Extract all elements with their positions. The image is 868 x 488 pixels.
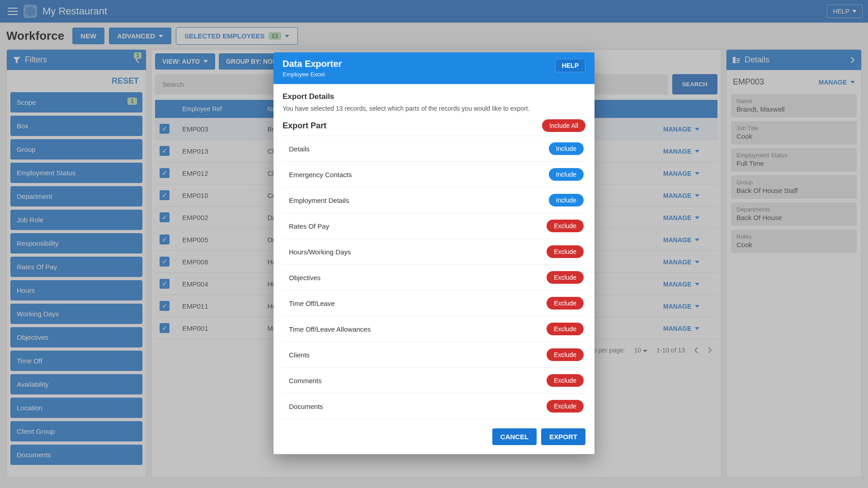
part-name: Time Off/Leave [289,300,335,307]
part-name: Objectives [289,274,321,282]
part-name: Employment Details [289,197,349,204]
export-part-label: Export Part [283,121,326,131]
cancel-button[interactable]: CANCEL [492,428,537,445]
part-toggle[interactable]: Include [549,194,584,206]
data-exporter-modal: Data Exporter Employee Excel HELP Export… [274,52,594,454]
export-part-row: DocumentsExclude [283,394,585,419]
part-name: Time Off/Leave Allowances [289,325,371,333]
part-name: Emergency Contacts [289,171,352,178]
export-part-row: Emergency ContactsInclude [283,162,585,188]
part-toggle[interactable]: Exclude [547,271,584,284]
modal-desc: You have selected 13 records, select whi… [283,105,585,112]
part-toggle[interactable]: Exclude [547,323,584,335]
part-toggle[interactable]: Exclude [547,297,584,310]
export-button[interactable]: EXPORT [541,428,585,445]
export-part-row: Rates Of PayExclude [283,213,585,239]
export-part-row: DetailsInclude [283,136,585,162]
part-toggle[interactable]: Exclude [547,245,584,258]
part-name: Hours/Working Days [289,248,351,256]
part-toggle[interactable]: Exclude [547,348,584,361]
part-toggle[interactable]: Include [549,142,584,155]
modal-help-button[interactable]: HELP [555,59,585,72]
export-part-row: CommentsExclude [283,368,585,394]
export-part-row: Time Off/LeaveExclude [283,291,585,316]
part-toggle[interactable]: Include [549,168,584,181]
part-toggle[interactable]: Exclude [547,220,584,232]
part-toggle[interactable]: Exclude [547,400,584,413]
export-part-row: Employment DetailsInclude [283,188,585,213]
export-part-row: Hours/Working DaysExclude [283,239,585,265]
modal-header: Data Exporter Employee Excel HELP [274,52,594,84]
modal-subtitle: Employee Excel [283,71,342,78]
export-part-row: ObjectivesExclude [283,265,585,291]
part-toggle[interactable]: Exclude [547,374,584,387]
part-name: Rates Of Pay [289,222,329,230]
modal-title: Data Exporter [283,59,342,69]
part-name: Details [289,145,310,153]
part-name: Clients [289,351,310,359]
part-name: Documents [289,403,323,410]
export-part-row: ClientsExclude [283,342,585,368]
include-all-toggle[interactable]: Include All [542,119,585,132]
modal-section-title: Export Details [283,92,585,101]
part-name: Comments [289,377,322,385]
modal-scrim[interactable]: Data Exporter Employee Excel HELP Export… [0,0,868,488]
export-part-row: Time Off/Leave AllowancesExclude [283,316,585,342]
